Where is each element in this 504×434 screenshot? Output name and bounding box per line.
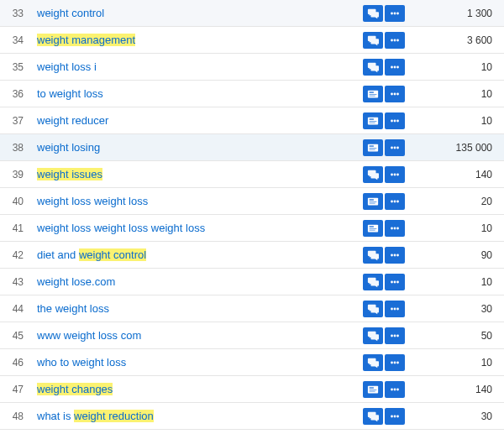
chat-icon[interactable] xyxy=(363,247,383,264)
more-icon[interactable] xyxy=(385,193,405,210)
more-icon[interactable] xyxy=(385,139,405,156)
table-row: 48what is weight reduction30 xyxy=(0,403,504,430)
keyword-link[interactable]: weight reducer xyxy=(37,114,108,127)
row-number: 48 xyxy=(0,410,30,422)
volume-cell: 1 300 xyxy=(412,8,504,19)
chat-icon[interactable] xyxy=(363,274,383,290)
row-actions xyxy=(356,381,412,398)
row-actions xyxy=(356,112,412,129)
more-icon[interactable] xyxy=(385,327,405,344)
volume-cell: 30 xyxy=(412,303,504,315)
keyword-link[interactable]: www weight loss com xyxy=(37,329,141,342)
keyword-link[interactable]: weight loss weight loss xyxy=(37,195,148,207)
keyword-link[interactable]: to weight loss xyxy=(37,87,103,100)
table-row: 41weight loss weight loss weight loss10 xyxy=(0,215,504,242)
table-row: 37weight reducer10 xyxy=(0,107,504,134)
card-icon[interactable] xyxy=(363,139,383,156)
keyword-link[interactable]: weight lose.com xyxy=(37,275,115,288)
volume-cell: 10 xyxy=(412,61,504,73)
volume-cell: 10 xyxy=(412,88,504,100)
volume-cell: 20 xyxy=(412,196,504,207)
keyword-table: 33weight control1 30034weight management… xyxy=(0,0,504,430)
more-icon[interactable] xyxy=(385,5,405,22)
table-row: 40weight loss weight loss20 xyxy=(0,188,504,215)
more-icon[interactable] xyxy=(385,381,405,398)
keyword-cell: weight management xyxy=(30,34,356,46)
table-row: 45www weight loss com50 xyxy=(0,322,504,349)
row-number: 44 xyxy=(0,303,30,315)
keyword-link[interactable]: who to weight loss xyxy=(37,356,126,369)
keyword-link[interactable]: the weight loss xyxy=(37,302,109,315)
keyword-link[interactable]: weight management xyxy=(37,34,135,46)
keyword-link[interactable]: weight changes xyxy=(37,383,113,395)
chat-icon[interactable] xyxy=(363,327,383,344)
more-icon[interactable] xyxy=(385,247,405,264)
card-icon[interactable] xyxy=(363,86,383,102)
row-number: 39 xyxy=(0,169,30,180)
row-actions xyxy=(356,327,412,344)
table-row: 36to weight loss10 xyxy=(0,81,504,107)
row-number: 38 xyxy=(0,142,30,154)
keyword-link[interactable]: what is weight reduction xyxy=(37,410,154,422)
row-actions xyxy=(356,301,412,317)
keyword-cell: to weight loss xyxy=(30,87,356,100)
volume-cell: 140 xyxy=(412,384,504,395)
more-icon[interactable] xyxy=(385,354,405,371)
more-icon[interactable] xyxy=(385,301,405,317)
keyword-cell: weight lose.com xyxy=(30,275,356,288)
more-icon[interactable] xyxy=(385,220,405,237)
chat-icon[interactable] xyxy=(363,59,383,76)
row-actions xyxy=(356,59,412,76)
row-actions xyxy=(356,274,412,290)
more-icon[interactable] xyxy=(385,112,405,129)
keyword-link[interactable]: weight issues xyxy=(37,168,102,180)
table-row: 39weight issues140 xyxy=(0,161,504,188)
keyword-cell: weight control xyxy=(30,7,356,19)
table-row: 35weight loss i10 xyxy=(0,54,504,81)
more-icon[interactable] xyxy=(385,86,405,102)
row-actions xyxy=(356,247,412,264)
card-icon[interactable] xyxy=(363,112,383,129)
chat-icon[interactable] xyxy=(363,301,383,317)
volume-cell: 30 xyxy=(412,410,504,422)
keyword-link[interactable]: weight loss i xyxy=(37,60,97,73)
table-row: 43weight lose.com10 xyxy=(0,269,504,295)
volume-cell: 135 000 xyxy=(412,142,504,154)
keyword-cell: weight loss weight loss weight loss xyxy=(30,222,356,234)
more-icon[interactable] xyxy=(385,166,405,183)
more-icon[interactable] xyxy=(385,59,405,76)
table-row: 47weight changes140 xyxy=(0,376,504,403)
card-icon[interactable] xyxy=(363,220,383,237)
row-actions xyxy=(356,166,412,183)
volume-cell: 50 xyxy=(412,330,504,342)
table-row: 33weight control1 300 xyxy=(0,0,504,27)
keyword-link[interactable]: diet and weight control xyxy=(37,248,146,261)
row-number: 37 xyxy=(0,115,30,127)
keyword-cell: the weight loss xyxy=(30,302,356,315)
row-actions xyxy=(356,86,412,102)
card-icon[interactable] xyxy=(363,193,383,210)
row-number: 34 xyxy=(0,34,30,46)
table-row: 42diet and weight control90 xyxy=(0,242,504,269)
chat-icon[interactable] xyxy=(363,354,383,371)
chat-icon[interactable] xyxy=(363,32,383,49)
table-row: 44the weight loss30 xyxy=(0,295,504,322)
keyword-cell: who to weight loss xyxy=(30,356,356,369)
more-icon[interactable] xyxy=(385,408,405,425)
card-icon[interactable] xyxy=(363,381,383,398)
more-icon[interactable] xyxy=(385,32,405,49)
table-row: 38weight losing135 000 xyxy=(0,134,504,161)
volume-cell: 90 xyxy=(412,249,504,261)
keyword-link[interactable]: weight control xyxy=(37,7,104,19)
chat-icon[interactable] xyxy=(363,166,383,183)
row-actions xyxy=(356,5,412,22)
volume-cell: 10 xyxy=(412,115,504,127)
keyword-link[interactable]: weight loss weight loss weight loss xyxy=(37,222,205,234)
more-icon[interactable] xyxy=(385,274,405,290)
volume-cell: 10 xyxy=(412,276,504,288)
row-number: 36 xyxy=(0,88,30,100)
chat-icon[interactable] xyxy=(363,5,383,22)
chat-icon[interactable] xyxy=(363,408,383,425)
keyword-link[interactable]: weight losing xyxy=(37,141,100,154)
row-number: 35 xyxy=(0,61,30,73)
